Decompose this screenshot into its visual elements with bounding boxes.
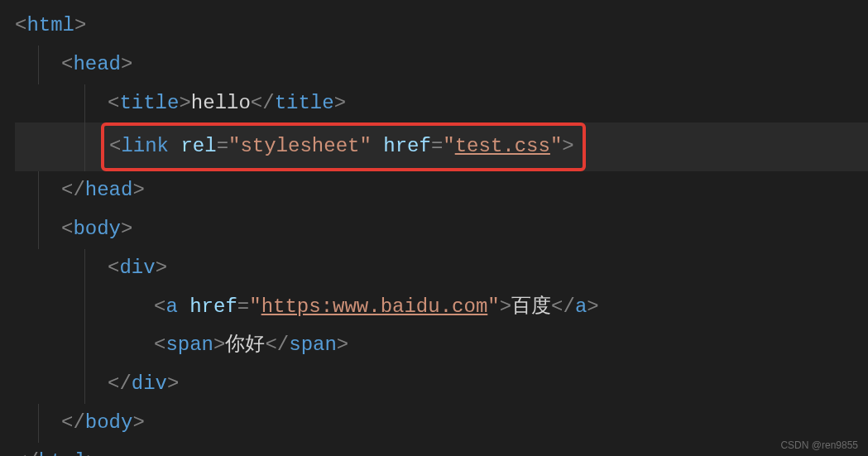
punct: > (74, 14, 86, 36)
tag-body-close: body (85, 411, 133, 434)
punct: = (237, 295, 249, 318)
tag-a-close: a (575, 295, 587, 318)
tag-html-close: html (39, 450, 87, 456)
punct: </ (61, 179, 85, 201)
punct: < (61, 218, 73, 240)
punct: < (108, 257, 119, 279)
punct: > (86, 450, 98, 456)
attr-href: href (189, 295, 237, 318)
val-link-href: test.css (455, 135, 550, 157)
punct: > (213, 334, 225, 356)
span-text: 你好 (225, 334, 265, 356)
punct: < (15, 14, 26, 36)
punct: < (61, 53, 73, 75)
attr-href: href (383, 135, 431, 157)
punct: </ (251, 92, 275, 114)
tag-div-close: div (132, 372, 167, 395)
code-line: <title>hello</title> (15, 84, 868, 123)
code-line: <body> (15, 210, 868, 249)
tag-title-close: title (275, 92, 334, 114)
code-line: <div> (15, 249, 868, 288)
punct: > (167, 372, 179, 395)
punct: </ (61, 411, 85, 434)
code-editor[interactable]: <html> <head> <title>hello</title> <link… (0, 0, 868, 456)
tag-a: a (165, 295, 177, 318)
punct: > (121, 53, 132, 75)
code-line-highlighted: <link rel="stylesheet" href="test.css"> (15, 122, 868, 171)
punct: > (156, 257, 167, 279)
punct: </ (265, 334, 289, 356)
code-line: </body> (15, 404, 868, 443)
punct: > (132, 179, 144, 201)
val-a-href: https:www.baidu.com (261, 295, 488, 318)
code-line: </head> (15, 171, 868, 210)
tag-span: span (165, 334, 213, 356)
watermark: CSDN @ren9855 (780, 439, 858, 451)
code-line: <head> (15, 46, 868, 84)
punct: > (587, 295, 598, 318)
punct: > (337, 334, 348, 356)
tag-html: html (26, 14, 74, 36)
punct: = (217, 135, 228, 157)
punct: < (154, 295, 165, 318)
quote: " (443, 135, 454, 157)
title-text: hello (191, 92, 251, 114)
quote: " (487, 295, 499, 318)
a-text: 百度 (511, 295, 551, 318)
quote: " (249, 295, 261, 318)
punct: </ (551, 295, 575, 318)
tag-span-close: span (289, 334, 337, 356)
punct: </ (108, 372, 132, 395)
punct: > (334, 92, 346, 114)
punct: < (154, 334, 165, 356)
val-rel: "stylesheet" (228, 135, 372, 157)
punct: < (109, 135, 121, 157)
quote: " (550, 135, 562, 157)
punct: < (108, 92, 119, 114)
punct: > (562, 135, 573, 157)
code-line: <a href="https:www.baidu.com">百度</a> (15, 288, 868, 327)
attr-rel: rel (180, 135, 216, 157)
tag-link: link (121, 135, 169, 157)
punct: > (132, 411, 144, 434)
tag-title: title (119, 92, 179, 114)
highlight-box: <link rel="stylesheet" href="test.css"> (101, 122, 586, 171)
code-line: <html> (15, 7, 868, 46)
code-line: </div> (15, 365, 868, 404)
punct: = (431, 135, 443, 157)
punct: </ (15, 450, 39, 456)
tag-div: div (119, 257, 155, 279)
punct: > (500, 295, 511, 318)
tag-head: head (73, 53, 121, 75)
code-line: </html> (15, 443, 868, 456)
punct: > (179, 92, 190, 114)
punct: > (121, 218, 132, 240)
code-line: <span>你好</span> (15, 326, 868, 365)
tag-head-close: head (85, 179, 133, 201)
tag-body: body (73, 218, 121, 240)
